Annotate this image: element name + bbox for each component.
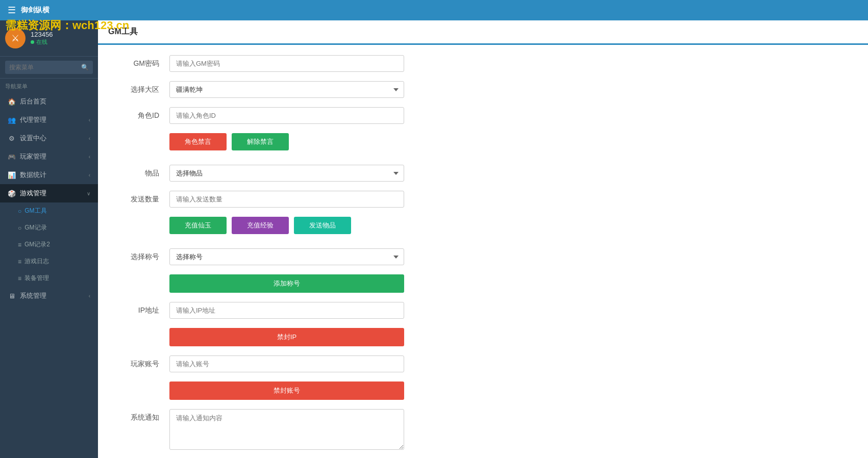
recharge-jade-button[interactable]: 充值仙玉 [169,217,227,234]
account-label: 玩家账号 [118,360,159,369]
sidebar-search-area: 🔍 [0,57,98,79]
page-header: GM工具 [98,20,868,45]
page-title: GM工具 [108,27,138,36]
settings-arrow-icon: ‹ [89,136,90,141]
sidebar-item-system[interactable]: 🖥 系统管理 ‹ [0,287,98,305]
sidebar-sub-item-gm-tool[interactable]: ○ GM工具 [0,202,98,219]
content-area: GM工具 GM密码 选择大区 疆满乾坤 角色ID [98,20,868,458]
send-item-button[interactable]: 发送物品 [294,217,351,234]
sidebar-sub-item-gm-log2[interactable]: ≡ GM记录2 [0,236,98,253]
game-log-list-icon: ≡ [18,258,21,265]
sidebar-item-player[interactable]: 🎮 玩家管理 ‹ [0,147,98,166]
search-icon[interactable]: 🔍 [81,64,89,71]
role-id-row: 角色ID [118,107,476,124]
game-label: 游戏管理 [20,189,46,198]
title-select[interactable]: 选择称号 [169,248,404,265]
ip-row: IP地址 [118,302,476,319]
add-title-button[interactable]: 添加称号 [169,274,404,293]
ban-ip-button[interactable]: 禁封IP [169,328,404,346]
region-select[interactable]: 疆满乾坤 [169,81,404,98]
gm-password-label: GM密码 [118,59,159,68]
equipment-list-icon: ≡ [18,275,21,282]
account-input[interactable] [169,355,404,372]
stats-arrow-icon: ‹ [89,172,90,178]
region-label: 选择大区 [118,85,159,94]
menu-toggle-icon[interactable]: ☰ [8,5,16,16]
gm-form: GM密码 选择大区 疆满乾坤 角色ID 角色禁言 [118,55,476,450]
role-id-label: 角色ID [118,111,159,120]
nav-section-label: 导航菜单 [0,79,98,92]
ip-label: IP地址 [118,306,159,315]
player-label: 玩家管理 [20,152,46,161]
ban-role-button[interactable]: 角色禁言 [169,133,227,150]
system-arrow-icon: ‹ [89,293,90,299]
equipment-label: 装备管理 [24,274,49,283]
status-dot [31,40,34,44]
send-qty-row: 发送数量 [118,191,476,208]
item-label: 物品 [118,169,159,178]
sidebar: ⚔ 123456 在线 🔍 导航菜单 🏠 后台首页 [0,20,98,458]
gm-log-label: GM记录 [24,223,46,232]
sidebar-item-game[interactable]: 🎲 游戏管理 ∨ [0,184,98,202]
gm-tool-circle-icon: ○ [18,208,21,215]
agent-icon: 👥 [8,116,16,124]
username-label: 123456 [31,31,53,38]
unban-role-button[interactable]: 解除禁言 [232,133,289,150]
title-row: 选择称号 选择称号 [118,248,476,265]
add-title-row: 添加称号 [118,274,476,293]
role-id-input[interactable] [169,107,404,124]
top-bar: ☰ 御剑纵横 [0,0,868,20]
ban-actions: 角色禁言 解除禁言 [169,133,476,150]
gm-log-circle-icon: ○ [18,224,21,232]
player-arrow-icon: ‹ [89,154,90,160]
sidebar-item-stats[interactable]: 📊 数据统计 ‹ [0,166,98,184]
gm-log2-list-icon: ≡ [18,241,21,248]
sidebar-item-dashboard[interactable]: 🏠 后台首页 [0,92,98,111]
gm-log2-label: GM记录2 [24,240,50,249]
system-label: 系统管理 [20,291,46,300]
stats-label: 数据统计 [20,170,46,180]
status-badge: 在线 [31,38,53,46]
player-icon: 🎮 [8,153,16,161]
region-row: 选择大区 疆满乾坤 [118,81,476,98]
agent-arrow-icon: ‹ [89,117,90,123]
sidebar-sub-item-game-log[interactable]: ≡ 游戏日志 [0,253,98,270]
item-actions: 充值仙玉 充值经验 发送物品 [169,217,476,234]
ban-ip-row: 禁封IP [118,328,476,346]
main-layout: ⚔ 123456 在线 🔍 导航菜单 🏠 后台首页 [0,20,868,458]
game-icon: 🎲 [8,190,16,197]
game-log-label: 游戏日志 [24,257,49,266]
page-content: GM密码 选择大区 疆满乾坤 角色ID 角色禁言 [98,45,868,458]
dashboard-icon: 🏠 [8,98,16,106]
system-icon: 🖥 [8,292,16,300]
notify-label: 系统通知 [118,409,159,422]
ip-input[interactable] [169,302,404,319]
gm-password-row: GM密码 [118,55,476,72]
stats-icon: 📊 [8,171,16,179]
ban-account-row: 禁封账号 [118,381,476,400]
sidebar-item-agent[interactable]: 👥 代理管理 ‹ [0,111,98,129]
ban-account-button[interactable]: 禁封账号 [169,381,404,400]
avatar-icon: ⚔ [11,33,19,44]
agent-label: 代理管理 [20,115,46,124]
search-input[interactable] [5,61,93,74]
notify-row: 系统通知 [118,409,476,450]
app-title: 御剑纵横 [21,6,49,15]
sidebar-profile: ⚔ 123456 在线 [0,20,98,57]
sidebar-sub-item-gm-log[interactable]: ○ GM记录 [0,219,98,236]
item-row: 物品 选择物品 [118,165,476,182]
item-select[interactable]: 选择物品 [169,165,404,182]
dashboard-label: 后台首页 [20,97,46,106]
account-row: 玩家账号 [118,355,476,372]
title-label: 选择称号 [118,252,159,262]
notify-textarea[interactable] [169,409,404,450]
send-qty-input[interactable] [169,191,404,208]
sidebar-sub-item-equipment[interactable]: ≡ 装备管理 [0,270,98,287]
recharge-exp-button[interactable]: 充值经验 [232,217,289,234]
sidebar-item-settings[interactable]: ⚙ 设置中心 ‹ [0,129,98,147]
gm-tool-label: GM工具 [24,207,46,215]
settings-label: 设置中心 [20,134,46,143]
game-arrow-icon: ∨ [87,191,90,196]
gm-password-input[interactable] [169,55,404,72]
settings-icon: ⚙ [8,135,16,142]
